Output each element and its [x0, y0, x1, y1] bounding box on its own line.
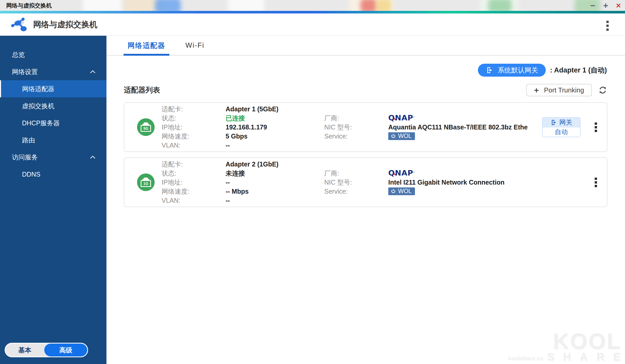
- main-content: 网络适配器 Wi-Fi 系统默认网关 : Adapter 1 (自动) 适配器列…: [106, 36, 625, 364]
- background-app-icon: [361, 0, 377, 11]
- label-vlan: VLAN:: [162, 196, 226, 205]
- sidebar: 总览 网络设置 网络适配器 虚拟交换机 DHCP服务器 路由 访问服务 DDNS…: [0, 36, 106, 364]
- sidebar-item-ddns[interactable]: DDNS: [0, 166, 106, 183]
- tab-bar: 网络适配器 Wi-Fi: [106, 36, 625, 56]
- adapter-2-right-values: QNAP’ Intel I211 Gigabit Network Connect…: [388, 169, 542, 196]
- tab-network-adapters[interactable]: 网络适配器: [124, 36, 169, 55]
- adapter-speed: 5 Gbps: [226, 132, 324, 141]
- wol-badge: WOL: [388, 187, 415, 195]
- adapter-2-field-labels: 适配卡: 状态: IP地址: 网络速度: VLAN:: [162, 160, 226, 205]
- sidebar-item-dhcp-server[interactable]: DHCP服务器: [0, 114, 106, 132]
- chevron-up-icon: [90, 155, 96, 159]
- adapter-nic-model: Aquantia AQC111 NBase-T/IEEE 802.3bz Eth…: [388, 123, 542, 132]
- qnap-trademark: ’: [413, 116, 414, 120]
- adapter-2-actions: [585, 176, 607, 189]
- adapter-1-icon-wrap: 5G: [124, 118, 162, 136]
- advanced-mode-button[interactable]: 高级: [44, 344, 87, 356]
- gateway-badge-label: 网关: [559, 118, 572, 127]
- adapter-1-gateway-cell: 网关 自动: [542, 117, 585, 137]
- label-service: Service:: [324, 132, 388, 141]
- window-controls: − + ×: [590, 0, 621, 11]
- app-title: 网络与虚拟交换机: [33, 13, 97, 36]
- adapter-2-icon-wrap: 1G: [124, 173, 162, 191]
- plus-icon: +: [534, 86, 539, 94]
- watermark-site: koolshare.cn: [508, 355, 543, 362]
- ethernet-port-icon: 1G: [137, 173, 155, 191]
- label-status: 状态:: [162, 114, 226, 123]
- sidebar-item-label: 路由: [22, 136, 35, 144]
- port-trunking-button[interactable]: + Port Trunking: [526, 84, 592, 96]
- label-status: 状态:: [162, 169, 226, 178]
- background-app-icon: [155, 0, 181, 11]
- label-nic: NIC 型号:: [324, 178, 388, 187]
- sidebar-item-label: DDNS: [22, 171, 40, 178]
- watermark-kool: KOOL: [508, 331, 621, 351]
- adapter-name: Adapter 1 (5GbE): [226, 105, 324, 114]
- adapter-cards: 5G 适配卡: 状态: IP地址: 网络速度: VLAN: Adapter 1 …: [124, 102, 607, 207]
- sidebar-item-label: 总览: [12, 50, 25, 59]
- basic-mode-button[interactable]: 基本: [5, 344, 44, 356]
- window-title: 网络与虚拟交换机: [6, 2, 52, 10]
- sidebar-item-network-adapter[interactable]: 网络适配器: [0, 80, 106, 97]
- sidebar-item-routing[interactable]: 路由: [0, 132, 106, 149]
- label-ip: IP地址:: [162, 123, 226, 132]
- gateway-door-icon: [486, 66, 493, 74]
- wol-label: WOL: [398, 133, 412, 139]
- adapter-list-title: 适配器列表: [124, 85, 160, 95]
- adapter-status: 已连接: [226, 114, 324, 123]
- background-app-icon: [83, 0, 122, 11]
- ethernet-port-icon: 5G: [137, 118, 155, 136]
- adapter-vlan: --: [226, 141, 324, 150]
- watermark-share: SHARE: [547, 351, 625, 363]
- koolshare-watermark: KOOL koolshare.cn SHARE: [508, 331, 621, 363]
- minimize-button[interactable]: −: [590, 0, 595, 11]
- power-icon: [391, 189, 396, 194]
- sidebar-nav: 总览 网络设置 网络适配器 虚拟交换机 DHCP服务器 路由 访问服务 DDNS: [0, 36, 106, 183]
- adapter-card-2: 1G 适配卡: 状态: IP地址: 网络速度: VLAN: Adapter 2 …: [124, 157, 607, 207]
- label-adapter: 适配卡:: [162, 105, 226, 114]
- chevron-up-icon: [90, 70, 96, 74]
- maximize-button[interactable]: +: [603, 0, 608, 11]
- adapter-row-kebab-menu[interactable]: [593, 121, 599, 134]
- adapter-row-kebab-menu[interactable]: [593, 176, 599, 189]
- qnap-trademark: ’: [413, 171, 414, 175]
- background-app-icon: [376, 0, 391, 11]
- system-default-gateway-button[interactable]: 系统默认网关: [478, 64, 546, 77]
- gateway-button-label: 系统默认网关: [498, 66, 538, 75]
- label-vendor: 厂商:: [324, 169, 388, 178]
- sidebar-item-label: 虚拟交换机: [22, 102, 54, 110]
- adapter-ip: 192.168.1.179: [226, 123, 324, 132]
- port-trunking-label: Port Trunking: [544, 86, 584, 94]
- sidebar-item-access-services[interactable]: 访问服务: [0, 149, 106, 166]
- adapter-2-right-labels: 厂商: NIC 型号: Service:: [324, 169, 388, 196]
- adapter-status: 未连接: [226, 169, 324, 178]
- label-nic: NIC 型号:: [324, 123, 388, 132]
- adapter-2-field-values: Adapter 2 (1GbE) 未连接 -- -- Mbps --: [226, 160, 324, 205]
- adapter-speed-badge: 5G: [141, 125, 151, 132]
- header-kebab-menu-button[interactable]: [605, 20, 610, 32]
- adapter-speed-badge: 1G: [141, 180, 151, 187]
- gateway-current-value: : Adapter 1 (自动): [550, 65, 607, 75]
- gateway-mode-dropdown[interactable]: 网关 自动: [542, 117, 580, 137]
- wol-badge: WOL: [388, 132, 415, 140]
- close-button[interactable]: ×: [616, 0, 621, 11]
- wol-label: WOL: [398, 188, 412, 194]
- sidebar-item-overview[interactable]: 总览: [0, 46, 106, 63]
- sidebar-item-label: 网络适配器: [22, 85, 54, 93]
- refresh-button[interactable]: [598, 85, 607, 95]
- network-switch-logo-icon: [11, 16, 27, 33]
- adapter-nic-model: Intel I211 Gigabit Network Connection: [388, 178, 542, 187]
- app-header: 网络与虚拟交换机: [0, 13, 625, 36]
- gateway-mode-value: 自动: [543, 127, 580, 137]
- adapter-list-header: 适配器列表 + Port Trunking: [124, 84, 607, 97]
- adapter-1-right-labels: 厂商: NIC 型号: Service:: [324, 114, 388, 141]
- accent-gradient-bar: [0, 11, 625, 13]
- tab-wifi[interactable]: Wi-Fi: [181, 36, 209, 55]
- adapter-1-actions: [585, 121, 607, 134]
- adapter-speed: -- Mbps: [226, 187, 324, 196]
- sidebar-item-label: DHCP服务器: [22, 119, 60, 127]
- adapter-ip: --: [226, 178, 324, 187]
- label-speed: 网络速度:: [162, 132, 226, 141]
- sidebar-item-virtual-switch[interactable]: 虚拟交换机: [0, 97, 106, 114]
- sidebar-item-network-settings[interactable]: 网络设置: [0, 63, 106, 80]
